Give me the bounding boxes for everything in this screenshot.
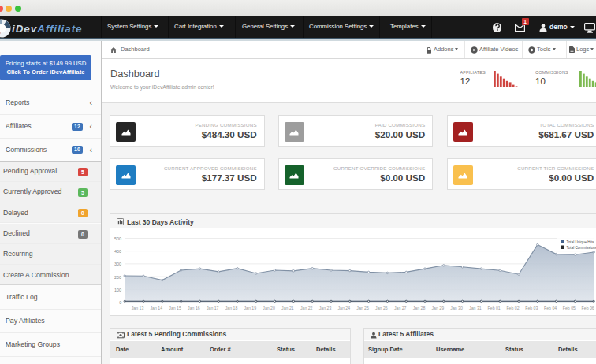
svg-text:100: 100 <box>114 288 121 292</box>
svg-text:Jan 30: Jan 30 <box>450 306 463 310</box>
svg-text:Feb 06: Feb 06 <box>582 306 594 310</box>
svg-text:Jan 17: Jan 17 <box>207 306 219 310</box>
svg-text:Jan 14: Jan 14 <box>151 306 163 310</box>
svg-text:Feb 01: Feb 01 <box>488 306 501 310</box>
svg-text:0: 0 <box>119 300 121 305</box>
svg-text:Jan 19: Jan 19 <box>244 306 257 310</box>
svg-text:Jan 18: Jan 18 <box>225 306 238 310</box>
svg-text:Jan 29: Jan 29 <box>432 306 445 310</box>
svg-text:Total Commissions: Total Commissions <box>567 246 596 250</box>
svg-text:Feb 03: Feb 03 <box>525 306 538 310</box>
svg-text:Jan 28: Jan 28 <box>413 306 426 310</box>
svg-text:Jan 27: Jan 27 <box>394 306 407 310</box>
svg-text:Jan 15: Jan 15 <box>169 306 181 310</box>
svg-text:Jan 21: Jan 21 <box>281 306 294 310</box>
svg-text:Jan 22: Jan 22 <box>300 306 313 310</box>
svg-text:Feb 05: Feb 05 <box>563 306 576 310</box>
svg-text:500: 500 <box>114 236 121 241</box>
svg-text:300: 300 <box>114 262 121 266</box>
svg-text:400: 400 <box>114 249 121 254</box>
svg-text:Feb 02: Feb 02 <box>506 306 519 310</box>
svg-text:Jan 16: Jan 16 <box>188 306 200 310</box>
svg-text:200: 200 <box>114 275 121 280</box>
svg-text:Jan 13: Jan 13 <box>132 306 144 310</box>
svg-text:Feb 04: Feb 04 <box>544 306 557 310</box>
svg-text:Jan 25: Jan 25 <box>356 306 369 310</box>
svg-text:Total Unique Hits: Total Unique Hits <box>567 240 594 244</box>
svg-text:Jan 23: Jan 23 <box>319 306 332 310</box>
svg-text:Jan 20: Jan 20 <box>263 306 275 310</box>
svg-text:Jan 26: Jan 26 <box>375 306 388 310</box>
svg-text:Jan 31: Jan 31 <box>469 306 482 310</box>
svg-text:Jan 24: Jan 24 <box>338 306 351 310</box>
